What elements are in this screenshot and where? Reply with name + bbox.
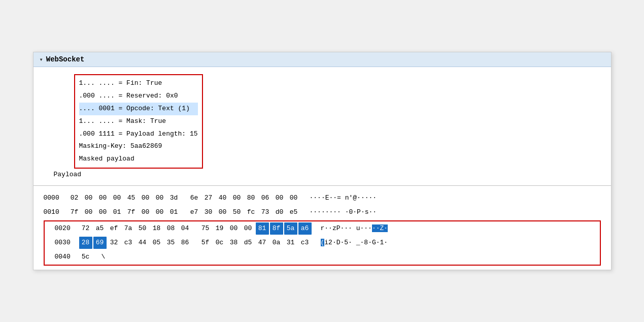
hex-byte: 86 [179, 237, 192, 249]
hex-byte: 05 [150, 237, 163, 249]
hex-byte: 08 [164, 222, 178, 235]
hex-byte: 50 [230, 206, 244, 218]
hex-offset: 0010 [44, 207, 68, 218]
detail-row-reserved: .000 .... = Reserved: 0x0 [79, 90, 198, 103]
detail-row-opcode: .... 0001 = Opcode: Text (1) [79, 103, 198, 115]
hex-byte: c3 [122, 237, 135, 249]
hex-byte: 45 [125, 192, 138, 204]
hex-spacer [182, 192, 187, 204]
hex-byte: 5f [199, 237, 212, 249]
hex-row-0000: 0000 02 00 00 00 45 00 00 3d 6e 27 40 00… [33, 191, 611, 205]
red-box-region: 1... .... = Fin: True .000 .... = Reserv… [74, 74, 203, 169]
hex-byte-selected: 28 [79, 237, 92, 249]
hex-byte: 47 [256, 237, 269, 249]
hex-ascii: ····E··= n'@····· [310, 192, 377, 204]
hex-byte: 80 [245, 192, 258, 204]
hex-byte: 72 [79, 222, 92, 235]
hex-byte: 32 [108, 237, 121, 249]
hex-byte: 7a [122, 222, 135, 235]
hex-byte: 30 [202, 206, 215, 218]
hex-spacer [193, 222, 198, 235]
hex-row-0010: 0010 7f 00 00 01 7f 00 00 01 e7 30 00 50… [33, 205, 611, 219]
hex-byte: 40 [216, 192, 229, 204]
hex-byte-selected: a6 [298, 222, 312, 235]
ascii-selected: ( [321, 239, 325, 246]
hex-byte: 00 [139, 192, 152, 204]
hex-byte: 00 [96, 206, 110, 218]
hex-byte: 27 [202, 192, 215, 204]
hex-byte: 50 [136, 222, 149, 235]
hex-row-0020: 0020 72 a5 ef 7a 50 18 08 04 75 19 00 00… [45, 221, 600, 236]
hex-byte: 06 [259, 192, 272, 204]
detail-row-fin: 1... .... = Fin: True [79, 77, 198, 90]
hex-ascii: \ [101, 251, 106, 263]
detail-row-mask: 1... .... = Mask: True [79, 115, 198, 128]
payload-label: Payload [33, 169, 611, 180]
hex-byte: a5 [93, 222, 107, 235]
hex-red-outline: 0020 72 a5 ef 7a 50 18 08 04 75 19 00 00… [44, 220, 601, 265]
hex-byte: 01 [111, 206, 124, 218]
hex-byte: 00 [287, 192, 300, 204]
hex-spacer [193, 237, 198, 249]
hex-byte: 00 [153, 192, 166, 204]
hex-offset: 0040 [55, 251, 79, 263]
hex-byte: 01 [167, 206, 181, 218]
websocket-header: ▾ WebSocket [33, 52, 611, 67]
hex-bytes: 7f 00 00 01 7f 00 00 01 e7 30 00 50 fc 7… [68, 206, 300, 218]
hex-offset: 0000 [44, 192, 68, 204]
hex-row-0040: 0040 5c \ [45, 250, 600, 264]
hex-byte: ef [108, 222, 121, 235]
hex-byte: 38 [227, 237, 241, 249]
hex-byte: 00 [139, 206, 152, 218]
hex-ascii: r··zP··· u·····Z· [321, 223, 388, 234]
hex-byte: d0 [273, 206, 286, 218]
hex-byte: fc [245, 206, 258, 218]
hex-bytes: 72 a5 ef 7a 50 18 08 04 75 19 00 00 81 8… [79, 222, 312, 235]
hex-byte: 35 [164, 237, 178, 249]
hex-byte: 73 [259, 206, 272, 218]
hex-byte: 00 [96, 192, 110, 204]
hex-byte: 6e [188, 192, 201, 204]
hex-byte: e7 [188, 206, 201, 218]
hex-byte: 00 [82, 206, 95, 218]
hex-byte: 00 [242, 222, 255, 235]
hex-byte: 75 [199, 222, 212, 235]
hex-byte: 0a [270, 237, 283, 249]
hex-row-0030: 0030 28 69 32 c3 44 05 35 86 5f 0c 38 d5… [45, 236, 600, 250]
hex-byte: 00 [111, 192, 124, 204]
hex-offset: 0030 [55, 237, 79, 248]
hex-byte: 00 [216, 206, 229, 218]
hex-byte: 18 [150, 222, 163, 235]
main-container: ▾ WebSocket 1... .... = Fin: True .000 .… [33, 52, 612, 270]
hex-bytes: 5c [79, 251, 92, 263]
ascii-selected: ··Z· [372, 224, 388, 232]
chevron-icon: ▾ [40, 56, 43, 63]
hex-byte: 00 [153, 206, 166, 218]
hex-ascii: (i2·D·5· _·8·G·1· [321, 237, 388, 248]
detail-row-payload-length: .000 1111 = Payload length: 15 [79, 128, 198, 141]
websocket-title: WebSocket [46, 55, 85, 63]
hex-ascii: ········ ·0·P·s·· [310, 207, 377, 218]
details-section: 1... .... = Fin: True .000 .... = Reserv… [33, 67, 611, 183]
hex-byte: 00 [227, 222, 241, 235]
hex-byte-selected: 69 [93, 237, 107, 249]
hex-byte: 00 [82, 192, 95, 204]
hex-byte: 7f [68, 206, 81, 218]
hex-byte: e5 [287, 206, 300, 218]
red-box-wrapper: 1... .... = Fin: True .000 .... = Reserv… [33, 70, 611, 169]
hex-bytes: 02 00 00 00 45 00 00 3d 6e 27 40 00 80 0… [68, 192, 300, 204]
hex-section: 0000 02 00 00 00 45 00 00 3d 6e 27 40 00… [33, 188, 611, 269]
hex-byte: 0c [213, 237, 226, 249]
hex-bytes: 28 69 32 c3 44 05 35 86 5f 0c 38 d5 47 0… [79, 237, 312, 249]
hex-byte-selected: 8f [270, 222, 283, 235]
section-divider [33, 185, 611, 186]
hex-byte: 02 [68, 192, 81, 204]
hex-byte: 5c [79, 251, 92, 263]
hex-byte-selected: 5a [284, 222, 297, 235]
hex-spacer [182, 206, 187, 218]
detail-row-masking-key: Masking-Key: 5aa62869 [79, 140, 198, 153]
detail-row-masked-payload: Masked payload [79, 153, 198, 166]
hex-byte: 04 [179, 222, 192, 235]
hex-byte: 31 [284, 237, 297, 249]
hex-byte: 44 [136, 237, 149, 249]
